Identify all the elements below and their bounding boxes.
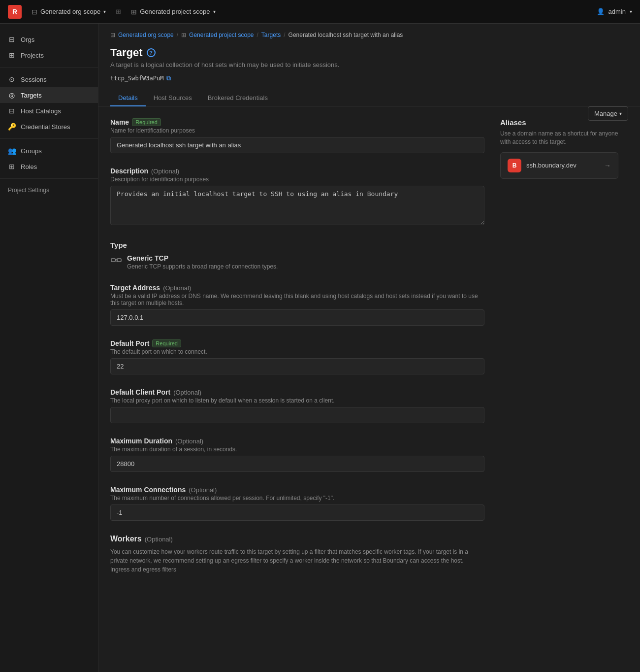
- sidebar-label-projects: Projects: [21, 52, 44, 59]
- project-scope-label: Generated project scope: [140, 8, 210, 15]
- default-port-required-badge: Required: [152, 339, 181, 347]
- maximum-duration-section: Maximum Duration (Optional) The maximum …: [110, 437, 484, 472]
- name-input[interactable]: [110, 137, 484, 153]
- maximum-connections-input[interactable]: [110, 504, 484, 521]
- page-subtitle: A target is a logical collection of host…: [110, 61, 628, 68]
- sidebar-item-targets[interactable]: ◎ Targets: [0, 87, 98, 103]
- sidebar-sep-3: [0, 178, 98, 179]
- tab-brokered-credentials[interactable]: Brokered Credentials: [200, 90, 276, 106]
- maximum-connections-hint: The maximum number of connections allowe…: [110, 495, 484, 502]
- user-menu[interactable]: 👤 admin ▾: [597, 8, 632, 15]
- description-textarea[interactable]: [110, 186, 484, 225]
- content-area: Name Required Name for identification pu…: [98, 106, 640, 600]
- user-chevron: ▾: [630, 9, 632, 14]
- type-item: Generic TCP Generic TCP supports a broad…: [110, 254, 484, 270]
- maximum-duration-optional: (Optional): [175, 437, 203, 445]
- sidebar-item-sessions[interactable]: ⊙ Sessions: [0, 71, 98, 87]
- description-label: Description: [110, 167, 148, 175]
- tab-host-sources[interactable]: Host Sources: [146, 90, 200, 106]
- page-header: Target ? A target is a logical collectio…: [98, 42, 640, 82]
- maximum-connections-label: Maximum Connections: [110, 486, 186, 494]
- project-scope-icon: ⊞: [131, 8, 137, 16]
- org-scope-chevron: ▾: [103, 9, 106, 14]
- default-port-input[interactable]: [110, 358, 484, 374]
- default-client-port-label: Default Client Port: [110, 388, 170, 396]
- help-icon[interactable]: ?: [147, 48, 156, 57]
- description-hint: Description for identification purposes: [110, 176, 484, 183]
- tab-details[interactable]: Details: [110, 90, 146, 106]
- breadcrumb-icon-org: ⊟: [110, 32, 115, 38]
- sidebar-item-host-catalogs[interactable]: ⊟ Host Catalogs: [0, 103, 98, 119]
- description-optional: (Optional): [151, 168, 179, 175]
- nav-divider: ⊞: [116, 8, 121, 15]
- maximum-duration-input[interactable]: [110, 456, 484, 472]
- sidebar-item-credential-stores[interactable]: 🔑 Credential Stores: [0, 119, 98, 134]
- breadcrumb-icon-project: ⊞: [181, 32, 186, 38]
- breadcrumb: ⊟ Generated org scope / ⊞ Generated proj…: [98, 24, 640, 42]
- sidebar-item-roles[interactable]: ⊞ Roles: [0, 159, 98, 174]
- target-address-section: Target Address (Optional) Must be a vali…: [110, 284, 484, 326]
- org-scope-icon: ⊟: [32, 8, 37, 16]
- workers-section: Workers (Optional) You can customize how…: [110, 535, 484, 574]
- alias-arrow-icon: →: [604, 162, 611, 169]
- org-scope-selector[interactable]: ⊟ Generated org scope ▾: [28, 6, 110, 18]
- name-section: Name Required Name for identification pu…: [110, 118, 484, 153]
- alias-brand-icon: B: [508, 159, 521, 172]
- target-address-optional: (Optional): [163, 284, 191, 292]
- breadcrumb-project[interactable]: Generated project scope: [189, 32, 254, 38]
- sidebar: ⊟ Orgs ⊞ Projects ⊙ Sessions ◎ Targets ⊟…: [0, 24, 98, 672]
- host-catalogs-icon: ⊟: [8, 107, 16, 115]
- user-icon: 👤: [597, 8, 605, 15]
- project-scope-selector[interactable]: ⊞ Generated project scope ▾: [127, 6, 219, 18]
- app-logo: R: [8, 5, 22, 19]
- name-hint: Name for identification purposes: [110, 127, 484, 134]
- sidebar-label-host-catalogs: Host Catalogs: [21, 107, 61, 115]
- svg-rect-1: [117, 259, 121, 262]
- target-address-label: Target Address: [110, 284, 160, 292]
- maximum-connections-section: Maximum Connections (Optional) The maxim…: [110, 486, 484, 521]
- orgs-icon: ⊟: [8, 35, 16, 43]
- maximum-connections-optional: (Optional): [189, 486, 217, 494]
- workers-label: Workers: [110, 535, 142, 543]
- sidebar-project-settings[interactable]: Project Settings: [0, 183, 98, 198]
- default-client-port-input[interactable]: [110, 407, 484, 423]
- alias-name: ssh.boundary.dev: [526, 162, 599, 169]
- breadcrumb-current: Generated localhost ssh target with an a…: [288, 32, 403, 38]
- breadcrumb-org[interactable]: Generated org scope: [118, 32, 174, 38]
- sidebar-label-roles: Roles: [21, 163, 37, 170]
- target-address-input[interactable]: [110, 309, 484, 326]
- tabs: Details Host Sources Brokered Credential…: [98, 90, 640, 106]
- sidebar-label-credential-stores: Credential Stores: [21, 123, 70, 131]
- aliases-description: Use a domain name as a shortcut for anyo…: [500, 130, 618, 146]
- user-label: admin: [608, 8, 626, 15]
- sidebar-item-orgs[interactable]: ⊟ Orgs: [0, 32, 98, 47]
- page-title: Target: [110, 46, 143, 59]
- type-name: Generic TCP: [127, 254, 278, 262]
- breadcrumb-targets[interactable]: Targets: [261, 32, 281, 38]
- generic-tcp-icon: [110, 255, 122, 269]
- name-label: Name: [110, 118, 129, 126]
- svg-point-2: [115, 259, 117, 261]
- sidebar-item-projects[interactable]: ⊞ Projects: [0, 47, 98, 63]
- type-description: Generic TCP supports a broad range of co…: [127, 263, 278, 270]
- maximum-duration-label: Maximum Duration: [110, 437, 172, 445]
- copy-icon[interactable]: ⧉: [166, 74, 171, 82]
- default-client-port-hint: The local proxy port on which to listen …: [110, 397, 484, 404]
- default-client-port-optional: (Optional): [173, 389, 201, 396]
- project-scope-chevron: ▾: [213, 9, 216, 14]
- sidebar-label-orgs: Orgs: [21, 36, 34, 43]
- top-nav: R ⊟ Generated org scope ▾ ⊞ ⊞ Generated …: [0, 0, 640, 24]
- sidebar-sep-2: [0, 138, 98, 139]
- aliases-title: Aliases: [500, 118, 618, 127]
- roles-icon: ⊞: [8, 163, 16, 170]
- projects-icon: ⊞: [8, 51, 16, 59]
- name-required-badge: Required: [132, 118, 161, 126]
- description-section: Description (Optional) Description for i…: [110, 167, 484, 227]
- sidebar-item-groups[interactable]: 👥 Groups: [0, 143, 98, 159]
- resource-id: ttcp_SwbfW3aPuM ⧉: [110, 74, 628, 82]
- sidebar-sep-1: [0, 67, 98, 67]
- credential-stores-icon: 🔑: [8, 123, 16, 131]
- main-content: ⊟ Generated org scope / ⊞ Generated proj…: [98, 24, 640, 672]
- aliases-sidebar: Aliases Use a domain name as a shortcut …: [500, 118, 618, 588]
- alias-item[interactable]: B ssh.boundary.dev →: [500, 152, 618, 179]
